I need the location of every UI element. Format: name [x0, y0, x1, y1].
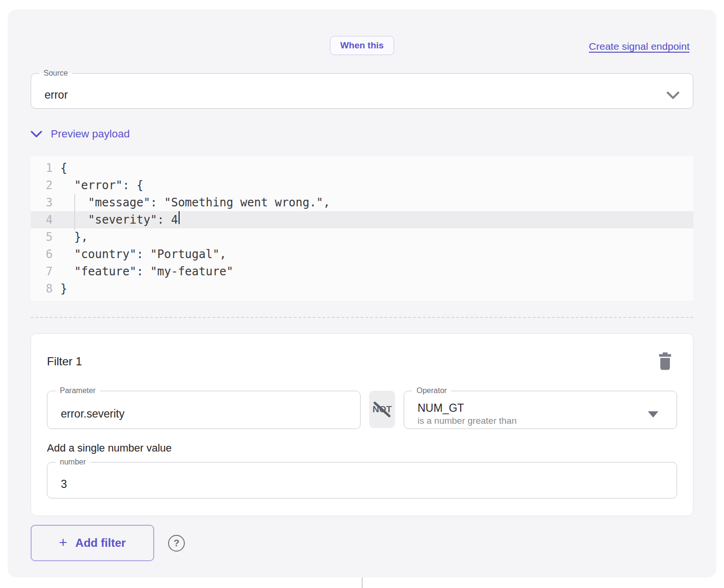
line-number: 8	[37, 280, 53, 297]
code-text: }	[60, 280, 67, 297]
signal-config-card: When this Create signal endpoint Source …	[8, 10, 716, 577]
dashed-divider	[31, 317, 693, 318]
source-label: Source	[39, 69, 72, 78]
parameter-label: Parameter	[56, 386, 100, 395]
filter-card: Filter 1 Parameter error.severity NOT Op…	[31, 333, 693, 516]
question-mark-glyph: ?	[173, 538, 179, 549]
line-number: 6	[37, 246, 53, 263]
source-value: error	[45, 82, 665, 108]
operator-value: NUM_GT	[418, 402, 643, 415]
when-this-button[interactable]: When this	[330, 36, 395, 55]
operator-label: Operator	[412, 386, 451, 395]
indent-guide	[74, 194, 75, 230]
code-line[interactable]: 8}	[31, 280, 693, 297]
code-text: "message": "Something went wrong.",	[60, 194, 330, 211]
code-text: "error": {	[60, 177, 143, 194]
number-value: 3	[61, 471, 649, 498]
delete-filter-button[interactable]	[658, 352, 672, 371]
actions-row: + Add filter ?	[31, 525, 693, 561]
code-line[interactable]: 5 },	[31, 228, 693, 246]
source-select[interactable]: Source error	[31, 69, 693, 109]
filter-condition-row: Parameter error.severity NOT Operator NU…	[47, 386, 677, 429]
number-input[interactable]: number 3	[47, 458, 677, 498]
parameter-value: error.severity	[61, 399, 332, 429]
code-line[interactable]: 2 "error": {	[31, 177, 693, 194]
code-line-active[interactable]: 4 "severity": 4	[31, 211, 693, 228]
code-line[interactable]: 3 "message": "Something went wrong.",	[31, 194, 693, 211]
text-cursor	[179, 211, 180, 224]
create-signal-endpoint-link[interactable]: Create signal endpoint	[589, 41, 690, 52]
code-text: "country": "Portugal",	[60, 246, 226, 263]
parameter-input[interactable]: Parameter error.severity	[47, 386, 361, 429]
header-row: When this Create signal endpoint	[31, 10, 693, 55]
line-number: 3	[37, 194, 53, 211]
code-line[interactable]: 6 "country": "Portugal",	[31, 246, 693, 263]
filter-header: Filter 1	[47, 352, 677, 371]
connector-line	[362, 577, 363, 588]
caret-down-icon	[648, 411, 658, 418]
code-line[interactable]: 7 "feature": "my-feature"	[31, 263, 693, 280]
operator-description: is a number greater than	[418, 415, 643, 427]
plus-icon: +	[59, 536, 67, 550]
line-number: 4	[37, 211, 53, 228]
chevron-down-icon	[667, 82, 679, 108]
line-number: 1	[37, 159, 53, 177]
value-hint-text: Add a single number value	[47, 442, 677, 454]
code-text: "severity": 4	[60, 211, 178, 228]
preview-payload-toggle[interactable]: Preview payload	[31, 128, 130, 140]
trash-icon	[658, 352, 672, 371]
code-text: {	[60, 159, 67, 177]
operator-value-group: NUM_GT is a number greater than	[418, 399, 643, 429]
operator-select[interactable]: Operator NUM_GT is a number greater than	[404, 386, 677, 429]
filter-title: Filter 1	[47, 355, 82, 368]
code-text: },	[60, 228, 88, 246]
not-toggle-button[interactable]: NOT	[369, 391, 395, 428]
payload-code-editor[interactable]: 1{ 2 "error": { 3 "message": "Something …	[31, 156, 693, 301]
line-number: 7	[37, 263, 53, 280]
line-number: 2	[37, 177, 53, 194]
code-text: "feature": "my-feature"	[60, 263, 233, 280]
add-filter-label: Add filter	[75, 536, 125, 550]
add-filter-button[interactable]: + Add filter	[31, 525, 154, 561]
chevron-down-icon	[31, 131, 42, 137]
code-line[interactable]: 1{	[31, 159, 693, 177]
number-label: number	[56, 458, 90, 466]
help-icon[interactable]: ?	[168, 535, 185, 552]
line-number: 5	[37, 228, 53, 246]
preview-payload-label: Preview payload	[51, 128, 130, 140]
